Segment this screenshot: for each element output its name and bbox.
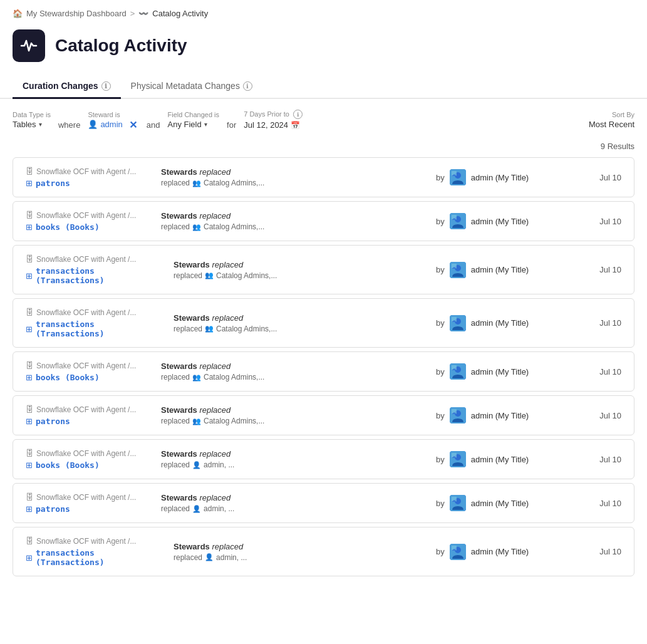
table-row: 🗄 Snowflake OCF with Agent /... ⊞ patron…	[13, 395, 634, 435]
asset-link[interactable]: transactions (Transactions)	[36, 266, 163, 285]
table-icon: ⊞	[26, 417, 33, 426]
table-icon: ⊞	[26, 460, 33, 470]
avatar	[450, 213, 466, 229]
change-detail-value: Catalog Admins,...	[204, 373, 264, 382]
change-action-label: replaced	[199, 493, 230, 502]
change-detail-action: replaced	[173, 271, 202, 280]
date-info-icon[interactable]: ℹ	[293, 110, 303, 119]
change-field-label: Stewards	[161, 167, 197, 177]
by-label: by	[436, 499, 445, 508]
data-type-value[interactable]: Tables ▾	[13, 120, 51, 129]
change-action-text: Stewards replaced	[161, 449, 426, 459]
table-icon: ⊞	[26, 271, 33, 281]
change-action-text: Stewards replaced	[161, 211, 426, 221]
date-value[interactable]: Jul 12, 2024 📅	[244, 120, 303, 130]
results-table: 🗄 Snowflake OCF with Agent /... ⊞ patron…	[0, 157, 647, 576]
asset-path: 🗄 Snowflake OCF with Agent /...	[26, 405, 151, 414]
asset-path: 🗄 Snowflake OCF with Agent /...	[26, 254, 163, 264]
admin-avatar-image	[450, 544, 466, 560]
avatar	[450, 544, 466, 560]
field-changed-value[interactable]: Any Field ▾	[168, 120, 220, 129]
tab-physical-info[interactable]: ℹ	[243, 81, 252, 91]
asset-path: 🗄 Snowflake OCF with Agent /...	[26, 167, 151, 176]
breadcrumb: 🏠 My Stewardship Dashboard > 〰️ Catalog …	[0, 0, 647, 23]
change-action-label: replaced	[199, 405, 230, 415]
change-info: Stewards replaced replaced 👥 Catalog Adm…	[161, 405, 426, 425]
asset-info: 🗄 Snowflake OCF with Agent /... ⊞ transa…	[26, 536, 163, 567]
detail-icon: 👤	[205, 553, 214, 561]
breadcrumb-home[interactable]: My Stewardship Dashboard	[26, 9, 127, 18]
change-action-label: replaced	[199, 211, 230, 221]
tab-curation-label: Curation Changes	[23, 81, 98, 91]
change-field-label: Stewards	[161, 405, 197, 415]
avatar	[450, 495, 466, 511]
change-date: Jul 10	[584, 547, 621, 556]
change-detail-action: replaced	[161, 373, 190, 382]
breadcrumb-separator: >	[130, 9, 135, 18]
asset-path: 🗄 Snowflake OCF with Agent /...	[26, 210, 151, 220]
change-detail-action: replaced	[173, 553, 202, 562]
admin-avatar-image	[450, 451, 466, 467]
asset-path: 🗄 Snowflake OCF with Agent /...	[26, 536, 163, 546]
tab-curation-info[interactable]: ℹ	[101, 81, 111, 91]
database-icon: 🗄	[26, 167, 34, 176]
change-detail-value: Catalog Admins,...	[204, 222, 264, 231]
database-icon: 🗄	[26, 254, 34, 264]
table-icon: ⊞	[26, 504, 33, 514]
table-row: 🗄 Snowflake OCF with Agent /... ⊞ patron…	[13, 157, 634, 197]
change-detail-value: Catalog Admins,...	[216, 271, 277, 280]
results-count: 9 Results	[0, 138, 647, 157]
asset-link[interactable]: books (Books)	[36, 222, 100, 232]
change-detail-action: replaced	[161, 460, 190, 469]
avatar	[450, 363, 466, 380]
sort-value[interactable]: Most Recent	[589, 120, 634, 129]
by-label: by	[436, 367, 445, 377]
admin-avatar-image	[450, 213, 466, 229]
home-icon: 🏠	[13, 9, 23, 18]
page-title: Catalog Activity	[55, 36, 187, 56]
change-by: by admin (My Title)	[436, 451, 574, 467]
asset-info: 🗄 Snowflake OCF with Agent /... ⊞ patron…	[26, 405, 151, 426]
detail-icon: 👥	[192, 223, 201, 231]
tab-curation[interactable]: Curation Changes ℹ	[13, 75, 121, 99]
tab-physical[interactable]: Physical Metadata Changes ℹ	[121, 75, 262, 99]
change-action-label: replaced	[212, 260, 243, 269]
change-detail-value: Catalog Admins,...	[204, 179, 264, 187]
change-info: Stewards replaced replaced 👤 admin, ...	[173, 542, 426, 562]
admin-name: admin (My Title)	[471, 367, 529, 377]
asset-link[interactable]: books (Books)	[36, 460, 100, 470]
steward-value: 👤 admin	[88, 120, 122, 129]
asset-info: 🗄 Snowflake OCF with Agent /... ⊞ transa…	[26, 308, 163, 338]
activity-wave-icon: 〰️	[138, 9, 148, 18]
change-detail-text: replaced 👥 Catalog Admins,...	[173, 325, 426, 333]
asset-link[interactable]: patrons	[36, 417, 70, 426]
filter-sort: Sort By Most Recent	[589, 111, 634, 129]
change-action-text: Stewards replaced	[173, 542, 426, 551]
asset-link[interactable]: transactions (Transactions)	[36, 548, 163, 567]
change-info: Stewards replaced replaced 👥 Catalog Adm…	[161, 361, 426, 382]
asset-info: 🗄 Snowflake OCF with Agent /... ⊞ books …	[26, 449, 151, 470]
change-by: by admin (My Title)	[436, 262, 574, 278]
change-action-label: replaced	[199, 361, 230, 371]
avatar	[450, 407, 466, 423]
admin-avatar-image	[450, 315, 466, 331]
by-label: by	[436, 547, 445, 556]
asset-link[interactable]: books (Books)	[36, 373, 100, 382]
clear-steward-button[interactable]: ✕	[128, 119, 139, 130]
change-date: Jul 10	[584, 173, 621, 182]
change-info: Stewards replaced replaced 👥 Catalog Adm…	[161, 211, 426, 231]
admin-avatar-image	[450, 407, 466, 423]
asset-name: ⊞ books (Books)	[26, 222, 151, 232]
database-icon: 🗄	[26, 449, 34, 458]
change-action-label: replaced	[212, 542, 243, 551]
by-label: by	[436, 173, 445, 182]
table-icon: ⊞	[26, 325, 33, 334]
asset-name: ⊞ transactions (Transactions)	[26, 266, 163, 285]
change-detail-text: replaced 👤 admin, ...	[173, 553, 426, 562]
asset-link[interactable]: patrons	[36, 179, 70, 188]
change-detail-value: admin, ...	[204, 504, 234, 513]
user-icon: 👤	[88, 120, 98, 129]
asset-link[interactable]: transactions (Transactions)	[36, 319, 163, 338]
asset-link[interactable]: patrons	[36, 504, 70, 514]
change-by: by admin (My Title)	[436, 407, 574, 423]
